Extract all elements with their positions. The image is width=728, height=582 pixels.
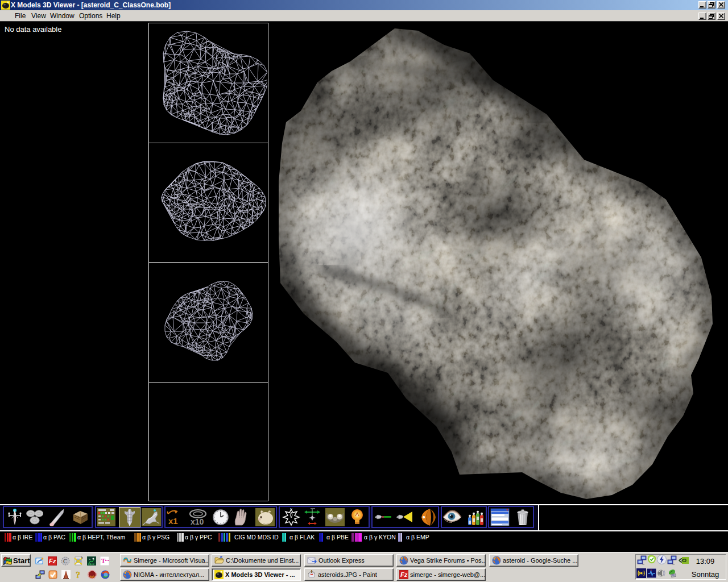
svg-text:x10: x10 (191, 517, 204, 526)
svg-text:T: T (101, 557, 106, 564)
svg-text:?: ? (76, 570, 80, 579)
svg-text:Fz: Fz (49, 558, 56, 564)
svg-text:x1: x1 (168, 516, 178, 526)
svg-text:co+u: co+u (88, 563, 94, 566)
svg-text:C: C (63, 558, 67, 564)
svg-text:Fz: Fz (400, 571, 408, 578)
